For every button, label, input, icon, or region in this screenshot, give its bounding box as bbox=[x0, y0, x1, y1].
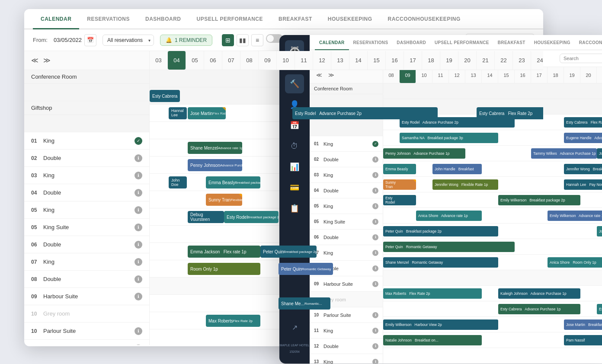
tab-raccoon[interactable]: RACCOONHOUSEKEEPING bbox=[380, 9, 468, 29]
o-res-jose-martin-12[interactable]: Jose Martin Breakfast package 2p bbox=[564, 319, 602, 330]
o-res-esty-rodel-01[interactable]: Esty Rodel Advance Purchase 2p bbox=[400, 117, 515, 128]
o-res-emily-wilkerson-suite[interactable]: Emily Wilkerson Breakfast package 2p bbox=[498, 195, 580, 205]
o-res-peter-quin-08[interactable]: Peter Quin Romantic Getaway bbox=[383, 242, 515, 252]
o-res-esty-cabrera-11[interactable]: Esty Cabrera Advance Purchase 1p bbox=[498, 304, 580, 314]
o-res-john-handle[interactable]: John Handle Breakfast bbox=[432, 164, 482, 174]
tab-housekeeping[interactable]: HOUSEKEEPING bbox=[320, 9, 380, 29]
room-row-03-king[interactable]: 03 King ℹ bbox=[24, 167, 149, 184]
overlay-tab-dashboard[interactable]: DASHBOARD bbox=[392, 35, 430, 50]
sidebar-logout-icon[interactable]: ↗ bbox=[285, 318, 304, 337]
res-room-only[interactable]: Room Only 1p bbox=[188, 263, 260, 275]
overlay-tab-breakfast[interactable]: BREAKFAST bbox=[493, 35, 530, 50]
res-shane-me-romantic[interactable]: Shane Me...Romantic... bbox=[279, 297, 330, 310]
res-peter-quin-08[interactable]: Peter QuinBreakfast package 2p bbox=[260, 246, 317, 258]
overlay-room-09-harbour[interactable]: 09 Harbour Suite ℹ bbox=[310, 276, 383, 292]
overlay-tab-reservations[interactable]: RESERVATIONS bbox=[349, 35, 393, 50]
overlay-search-input[interactable] bbox=[560, 54, 602, 63]
nav-prev-btn[interactable]: ≪ bbox=[29, 54, 41, 67]
tab-calendar[interactable]: CALENDAR bbox=[33, 9, 79, 29]
overlay-room-05-king[interactable]: 05 King ℹ bbox=[310, 198, 383, 214]
o-res-natalie[interactable]: Natalie Johnson Breakfast on... bbox=[383, 335, 482, 345]
tab-upsell[interactable]: UPSELL PERFORMANCE bbox=[189, 9, 271, 29]
o-res-john-doe[interactable]: John Doe Advance Purchase 1p bbox=[597, 148, 602, 159]
res-shane-menzel[interactable]: Shane MenzelAdvance rate 1p bbox=[188, 142, 242, 154]
res-debug-vuursteen[interactable]: DebugVuursteen bbox=[188, 211, 224, 223]
overlay-room-12-double[interactable]: 12 Double ℹ bbox=[310, 338, 383, 354]
sidebar-card-icon[interactable]: 💳 bbox=[285, 178, 304, 197]
o-res-hannah-lee[interactable]: Hannah Lee Pay Now and Save 2p bbox=[564, 179, 602, 190]
overlay-tab-calendar[interactable]: CALENDAR bbox=[315, 35, 349, 50]
grid-view-btn[interactable]: ⊞ bbox=[222, 34, 234, 46]
o-res-max-roberts[interactable]: Max Roberts Flex Rate 2p bbox=[383, 288, 482, 299]
overlay-room-04-double[interactable]: 04 Double ℹ bbox=[310, 183, 383, 198]
overlay-room-05-suite[interactable]: 05 King Suite ℹ bbox=[310, 214, 383, 230]
o-res-pam-nassif[interactable]: Pam Nassif bbox=[564, 335, 602, 345]
res-hannal-lee[interactable]: HannalLee bbox=[169, 107, 187, 119]
res-esty-cabrera-giftshop[interactable]: Esty Cabrera bbox=[150, 90, 180, 102]
overlay-tab-raccoon[interactable]: RACCOONHOUSEKEEPING bbox=[575, 35, 602, 50]
room-row-10-parlour[interactable]: 10 Parlour Suite ℹ bbox=[24, 322, 149, 340]
res-emma-beasly[interactable]: Emma BeaslyBreakfast package 1p bbox=[206, 176, 260, 188]
room-row-06-double[interactable]: 06 Double ℹ bbox=[24, 236, 149, 253]
overlay-room-01-king[interactable]: 01 King ✓ bbox=[310, 136, 383, 152]
sidebar-report-icon[interactable]: 📋 bbox=[285, 199, 304, 218]
room-row-09-harbour[interactable]: 09 Harbour Suite ℹ bbox=[24, 288, 149, 305]
res-peter-quin-09[interactable]: Peter QuinRomantic Getaway bbox=[279, 263, 333, 275]
overlay-room-11-king[interactable]: 11 King ℹ bbox=[310, 323, 383, 338]
overlay-room-10-parlour[interactable]: 10 Parlour Suite ℹ bbox=[310, 307, 383, 323]
room-row-05-kingsuite[interactable]: 05 King Suite ℹ bbox=[24, 219, 149, 236]
overlay-room-03-king[interactable]: 03 King ℹ bbox=[310, 167, 383, 183]
room-row-08-double[interactable]: 08 Double ℹ bbox=[24, 271, 149, 288]
room-row-07-king[interactable]: 07 King ℹ bbox=[24, 253, 149, 271]
nav-next-btn[interactable]: ≫ bbox=[41, 54, 53, 67]
room-row-02-double[interactable]: 02 Double ℹ bbox=[24, 150, 149, 167]
o-res-eugene[interactable]: Eugene Handle Advance Purchase 1p bbox=[564, 133, 602, 143]
reminder-btn[interactable]: 🔔 1 REMINDER bbox=[160, 35, 212, 46]
res-esty-rodel-06[interactable]: Esty RodelBreakfast package 2p bbox=[224, 211, 279, 223]
o-res-kaleigh[interactable]: Kaleigh Johnson Advance Purchase 1p bbox=[498, 288, 580, 299]
o-res-esty-cabrera-01[interactable]: Esty Cabrera Flex Rate 2p bbox=[564, 117, 602, 128]
o-res-anica-shore-09[interactable]: Anica Shore Room Only 1p bbox=[548, 257, 602, 268]
o-res-emma-beasly[interactable]: Emma Beasly bbox=[383, 164, 416, 174]
o-res-emily-wilkerson-06[interactable]: Emily Wilkerson Advance rate 1p bbox=[548, 211, 602, 221]
res-john-doe[interactable]: JohnDoe bbox=[169, 176, 187, 188]
o-res-shane-menzel[interactable]: Shane Menzel Romantic Getaway bbox=[383, 257, 498, 268]
room-row-11-king[interactable]: 11 King ℹ bbox=[24, 340, 149, 345]
res-emma-jackson[interactable]: Emma Jackson Flex rate 1p bbox=[188, 246, 260, 258]
overlay-room-13-king[interactable]: 13 King ℹ bbox=[310, 354, 383, 364]
o-res-peter-quin-07[interactable]: Peter Quin Breakfast package 2p bbox=[383, 226, 498, 236]
list-view-btn[interactable]: ≡ bbox=[251, 34, 263, 46]
overlay-nav-prev[interactable]: ≪ bbox=[313, 69, 325, 81]
o-res-esty-rodel-suite[interactable]: EstyRodel bbox=[383, 195, 416, 205]
tab-breakfast[interactable]: BREAKFAST bbox=[271, 9, 320, 29]
overlay-tab-housekeeping[interactable]: HOUSEKEEPING bbox=[530, 35, 575, 50]
o-res-penny[interactable]: Penny Johnson Advance Purchase 1p bbox=[383, 148, 465, 159]
res-jose-martin[interactable]: Jose MartinFlex Rate 2p bbox=[188, 107, 226, 119]
res-penny-johnson[interactable]: Penny JohnsonAdvance Purchase 1p bbox=[188, 159, 242, 171]
overlay-room-07-king[interactable]: 07 King ℹ bbox=[310, 245, 383, 261]
tab-dashboard[interactable]: DASHBOARD bbox=[138, 9, 189, 29]
overlay-nav-next[interactable]: ≫ bbox=[325, 69, 337, 81]
o-res-emily-harbour[interactable]: Emily Wilkerson Harbour View 2p bbox=[383, 319, 498, 330]
sidebar-clock-icon[interactable]: ⏱ bbox=[285, 137, 304, 156]
o-res-jennifer-wong-flex[interactable]: Jennifer Wong Flexible Rate 1p bbox=[432, 179, 498, 190]
overlay-room-02-double[interactable]: 02 Double ℹ bbox=[310, 152, 383, 167]
o-res-jennifer-wong[interactable]: Jennifer Wong Breakfast package 2p bbox=[564, 164, 602, 174]
room-row-05-king[interactable]: 05 King ℹ bbox=[24, 201, 149, 219]
sidebar-chart-icon[interactable]: 📊 bbox=[285, 157, 304, 176]
chart-view-btn[interactable]: ▮▮ bbox=[237, 34, 249, 46]
res-max-roberts[interactable]: Max RobertsFlex Rate 2p bbox=[206, 315, 260, 327]
date-picker-btn[interactable]: 📅 bbox=[84, 34, 96, 46]
overlay-room-06-double[interactable]: 06 Double ℹ bbox=[310, 230, 383, 245]
o-res-esty-cabrera-harbour[interactable]: Esty Cabrera Harbour View 2p bbox=[597, 304, 602, 314]
filter-select[interactable]: All reservations bbox=[102, 35, 154, 46]
o-res-anica-shore[interactable]: Anica Shore Advance rate 1p bbox=[416, 211, 482, 221]
room-row-04-double[interactable]: 04 Double ℹ bbox=[24, 184, 149, 201]
sidebar-hammer-icon[interactable]: 🔨 bbox=[285, 74, 304, 93]
o-res-tammy[interactable]: Tammy Wilkes Advance Purchase 1p bbox=[531, 148, 597, 159]
room-row-01-king[interactable]: 01 King ✓ bbox=[24, 132, 149, 150]
res-sunny-tran[interactable]: Sunny TranFlexible Rate 1p bbox=[206, 194, 242, 206]
o-res-sunny-tran[interactable]: SunnyTran bbox=[383, 179, 416, 190]
overlay-tab-upsell[interactable]: UPSELL PERFORMANCE bbox=[430, 35, 493, 50]
o-res-jose-martin-07[interactable]: Jose Martin City View 2p bbox=[597, 226, 602, 236]
